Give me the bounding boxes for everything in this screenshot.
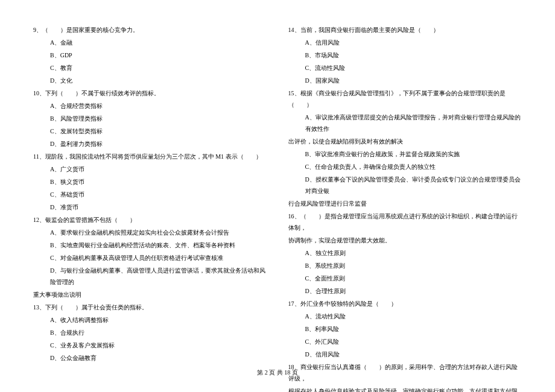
q14-opt-d: D、国家风险 [288,75,522,86]
q14-stem: 14、当前，我国商业银行面临的最主要的风险是（ ） [288,24,522,36]
q17-opt-a: A、流动性风险 [288,311,522,322]
q10-opt-b: B、风险管理类指标 [33,113,267,124]
q9-opt-d: D、文化 [33,75,267,86]
right-column: 14、当前，我国商业银行面临的最主要的风险是（ ） A、信用风险 B、市场风险 … [288,24,522,362]
q9-opt-b: B、GDP [33,49,267,61]
left-column: 9、（ ）是国家重要的核心竞争力。 A、金融 B、GDP C、教育 D、文化 1… [33,24,267,362]
q16-opt-d: D、合理性原则 [288,285,522,297]
q12-opt-b: B、实地查阅银行业金融机构经营活动的账表、文件、档案等各种资料 [33,239,267,251]
q13-opt-b: B、合规执行 [33,327,267,338]
q17-stem: 17、外汇业务中较独特的风险是（ ） [288,298,522,309]
q15-stem: 15、根据《商业银行合规风险管理指引》，下列不属于董事会的合规管理职责的是（ ） [288,87,522,110]
q11-opt-a: A、广义货币 [33,163,267,175]
q12-opt-d-cont: 重大事项做出说明 [33,289,267,300]
q13-stem: 13、下列（ ）属于社会责任类的指标。 [33,302,267,313]
q14-opt-a: A、信用风险 [288,37,522,48]
q17-opt-d: D、信用风险 [288,349,522,360]
q15-opt-b: B、审议批准商业银行的合规政策，并监督合规政策的实施 [288,148,522,160]
q11-stem: 11、现阶段，我国按流动性不同将货币供应量划分为三个层次，其中 M1 表示（ ） [33,151,267,162]
q12-opt-d: D、与银行业金融机构董事、高级管理人员进行监管谈话，要求其就业务活动和风险管理的 [33,265,267,288]
q13-opt-d: D、公众金融教育 [33,352,267,364]
q10-opt-a: A、合规经营类指标 [33,100,267,112]
q16-opt-a: A、独立性原则 [288,247,522,259]
q10-opt-c: C、发展转型类指标 [33,125,267,137]
q9-opt-a: A、金融 [33,37,267,48]
q16-stem-cont: 协调制作，实现合规管理的最大效能。 [288,235,522,246]
q11-opt-c: C、基础货币 [33,189,267,200]
q9-opt-c: C、教育 [33,62,267,74]
q12-stem: 12、银监会的监管措施不包括（ ） [33,214,267,226]
content-columns: 9、（ ）是国家重要的核心竞争力。 A、金融 B、GDP C、教育 D、文化 1… [33,24,522,362]
q15-opt-d: D、授权董事会下设的风险管理委员会、审计委员会或专门设立的合规管理委员会对商业银 [288,174,522,197]
q18-stem-cont1: 根据存款人身份信息核验方式及风险等级，审慎确定银行账户功能、支付渠道和支付限额，… [288,385,522,392]
q12-opt-c: C、对金融机构董事及高级管理人员的任职资格进行考试审查核准 [33,252,267,264]
q17-opt-c: C、外汇风险 [288,336,522,347]
q11-opt-b: B、狭义货币 [33,176,267,188]
q15-opt-d-cont: 行合规风险管理进行日常监督 [288,198,522,209]
page-footer: 第 2 页 共 18 页 [0,368,555,377]
q16-opt-b: B、系统性原则 [288,260,522,271]
q13-opt-c: C、业务及客户发展指标 [33,340,267,351]
q12-opt-a: A、要求银行业金融机构按照规定如实向社会公众披露财务会计报告 [33,227,267,238]
q10-stem: 10、下列（ ）不属于银行绩效考评的指标。 [33,87,267,99]
q15-opt-a: A、审议批准高级管理层提交的合规风险管理报告，并对商业银行管理合规风险的有效性作 [288,112,522,134]
q9-stem: 9、（ ）是国家重要的核心竞争力。 [33,24,267,36]
q17-opt-b: B、利率风险 [288,323,522,335]
q14-opt-b: B、市场风险 [288,49,522,61]
q15-opt-a-cont: 出评价，以使合规缺陷得到及时有效的解决 [288,136,522,147]
q14-opt-c: C、流动性风险 [288,62,522,74]
q16-opt-c: C、全面性原则 [288,273,522,284]
q13-opt-a: A、收入结构调整指标 [33,314,267,326]
q11-opt-d: D、准货币 [33,201,267,213]
q16-stem: 16、（ ）是指合规管理应当运用系统观点进行系统的设计和组织，构建合理的运行体制… [288,210,522,233]
q10-opt-d: D、盈利潜力类指标 [33,138,267,150]
q15-opt-c: C、任命合规负责人，并确保合规负责人的独立性 [288,161,522,172]
